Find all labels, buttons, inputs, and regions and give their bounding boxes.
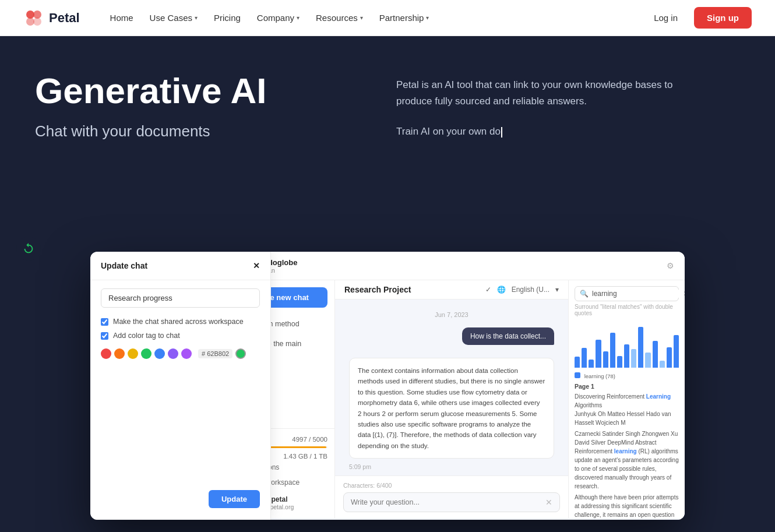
search-clear-icon[interactable]: ✕ — [683, 290, 685, 298]
color-green[interactable] — [141, 348, 152, 359]
update-button[interactable]: Update — [209, 490, 260, 508]
svg-point-2 — [26, 17, 34, 26]
update-chat-panel: Update chat ✕ Make the chat shared acros… — [90, 252, 271, 520]
hero-train-text: Train AI on your own do — [396, 126, 740, 138]
nav-company[interactable]: Company ▾ — [250, 8, 307, 27]
search-icon: 🔍 — [580, 290, 589, 298]
settings-icon[interactable]: ⚙ — [667, 261, 674, 270]
result-3: Although there have been prior attempts … — [569, 493, 685, 518]
header-actions: ✓ 🌐 English (U... ▾ — [485, 286, 559, 294]
globe-icon: 🌐 — [497, 286, 506, 294]
date-separator: Jun 7, 2023 — [349, 311, 554, 318]
chevron-down-icon: ▾ — [555, 286, 559, 294]
search-box: 🔍 ✕ — [575, 286, 679, 301]
ai-response: The context contains information about d… — [349, 358, 554, 459]
checkbox-color[interactable]: Add color tag to chat — [90, 329, 270, 343]
nav-links: Home Use Cases ▾ Pricing Company ▾ Resou… — [103, 8, 647, 27]
svg-point-3 — [33, 17, 41, 26]
float-refresh-icon — [16, 237, 41, 261]
bar-13 — [660, 361, 665, 368]
panel-title: Update chat — [101, 261, 147, 270]
bar-5 — [603, 351, 608, 368]
bar-10 — [638, 327, 643, 368]
close-icon[interactable]: ✕ — [253, 261, 260, 270]
legend-swatch — [575, 372, 580, 378]
question-container: How is the data collect... — [349, 327, 554, 352]
workspace-controls: ⚙ — [667, 261, 674, 270]
clear-icon[interactable]: ✕ — [545, 498, 552, 507]
bar-3 — [589, 360, 594, 368]
result-1: Discovering Reinforcement Learning Algor… — [569, 392, 685, 429]
panel-header: Update chat ✕ — [90, 252, 270, 280]
main-app: 🌸 kaleidoglobe Pro plan ⚙ + Create new c… — [219, 252, 685, 520]
svg-point-1 — [33, 10, 41, 19]
bar-12 — [653, 341, 658, 368]
bar-1 — [575, 357, 580, 368]
user-question: How is the data collect... — [462, 327, 554, 345]
chat-input[interactable] — [351, 498, 545, 506]
bar-9 — [631, 349, 636, 368]
signup-button[interactable]: Sign up — [694, 7, 752, 29]
nav-use-cases[interactable]: Use Cases ▾ — [143, 8, 205, 27]
project-title: Research Project — [344, 285, 411, 294]
nav-resources[interactable]: Resources ▾ — [309, 8, 370, 27]
partnership-chevron: ▾ — [426, 15, 429, 21]
navbar: Petal Home Use Cases ▾ Pricing Company ▾… — [0, 0, 775, 36]
response-time: 5:09 pm — [349, 463, 554, 470]
color-selected[interactable] — [235, 348, 246, 359]
chart-area — [575, 321, 679, 368]
company-chevron: ▾ — [297, 15, 300, 21]
char-count: Characters: 6/400 — [343, 482, 560, 489]
chart-legend: learning (78) — [575, 372, 679, 379]
login-button[interactable]: Log in — [647, 8, 685, 27]
color-picker: # 62B802 — [90, 343, 270, 365]
shared-checkbox[interactable] — [101, 318, 108, 326]
color-yellow[interactable] — [128, 348, 138, 359]
logo[interactable]: Petal — [23, 8, 80, 29]
page-label: Page 1 — [575, 383, 679, 390]
hero-left: Generative AI Chat with your documents — [35, 71, 361, 228]
hero-title: Generative AI — [35, 71, 361, 111]
petal-logo-icon — [23, 8, 44, 29]
chat-main-header: Research Project ✓ 🌐 English (U... ▾ — [335, 280, 568, 300]
bar-8 — [624, 344, 629, 368]
nav-pricing[interactable]: Pricing — [207, 8, 248, 27]
color-blue[interactable] — [154, 348, 165, 359]
color-checkbox[interactable] — [101, 332, 108, 340]
bar-6 — [610, 333, 615, 368]
bar-4 — [596, 340, 601, 368]
use-cases-chevron: ▾ — [195, 15, 198, 21]
color-violet[interactable] — [168, 348, 178, 359]
screenshot-area: Update chat ✕ Make the chat shared acros… — [0, 228, 775, 531]
chat-main: Research Project ✓ 🌐 English (U... ▾ Jun… — [335, 280, 568, 518]
bar-14 — [667, 347, 672, 368]
logo-text: Petal — [49, 10, 80, 26]
bar-15 — [674, 335, 679, 368]
color-red[interactable] — [101, 348, 111, 359]
chat-input-area: Characters: 6/400 ✕ — [335, 475, 568, 518]
color-purple[interactable] — [181, 348, 192, 359]
chat-name-input[interactable] — [101, 288, 260, 308]
search-input[interactable] — [592, 290, 679, 298]
color-hash-value: # 62B802 — [198, 349, 233, 358]
chat-content: Jun 7, 2023 How is the data collect... T… — [335, 300, 568, 475]
svg-point-0 — [26, 10, 34, 19]
nav-home[interactable]: Home — [103, 8, 140, 27]
app-body: + Create new chat ☐ Research method ☐ Wh… — [219, 280, 685, 518]
hero-right: Petal is an AI tool that can link to you… — [361, 71, 740, 228]
bar-2 — [582, 348, 587, 368]
checkbox-shared[interactable]: Make the chat shared across workspace — [90, 315, 270, 329]
language-label: English (U... — [512, 286, 549, 294]
workspace-header: 🌸 kaleidoglobe Pro plan ⚙ — [219, 252, 685, 280]
nav-right: Log in Sign up — [647, 7, 752, 29]
chat-input-row: ✕ — [343, 492, 560, 512]
right-panel: 🔍 ✕ Surround "literal matches" with doub… — [568, 280, 685, 518]
resources-chevron: ▾ — [360, 15, 363, 21]
hero-section: Generative AI Chat with your documents P… — [0, 36, 775, 228]
check-icon: ✓ — [485, 286, 491, 294]
nav-partnership[interactable]: Partnership ▾ — [372, 8, 436, 27]
result-2: Czarnecki Satinder Singh Zhongwen Xu Dav… — [569, 429, 685, 493]
color-orange[interactable] — [114, 348, 125, 359]
hero-subtitle: Chat with your documents — [35, 122, 361, 140]
search-hint: Surround "literal matches" with double q… — [575, 304, 679, 316]
